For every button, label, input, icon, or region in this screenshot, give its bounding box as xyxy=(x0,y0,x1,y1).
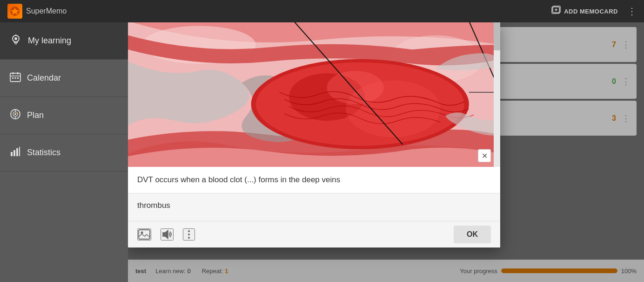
header-left: SuperMemo xyxy=(7,4,67,19)
svg-rect-17 xyxy=(17,77,19,79)
question-text: DVT occurs when a blood clot (...) forms… xyxy=(137,175,340,184)
modal-footer: OK xyxy=(128,221,500,248)
sound-button[interactable] xyxy=(161,228,174,241)
sidebar-item-plan-label: Plan xyxy=(27,110,44,120)
app-logo xyxy=(7,4,22,19)
plan-icon xyxy=(9,108,21,123)
sidebar: My learning Calendar xyxy=(0,22,128,282)
app-header: SuperMemo ADD MEMOCARD ⋮ xyxy=(0,0,644,22)
footer-icons xyxy=(137,228,195,241)
svg-rect-16 xyxy=(15,77,16,79)
image-button[interactable] xyxy=(137,228,151,241)
modal-scrollbar[interactable] xyxy=(494,22,500,167)
svg-point-10 xyxy=(14,37,17,40)
calendar-icon xyxy=(9,71,21,86)
sidebar-item-calendar[interactable]: Calendar xyxy=(0,60,128,97)
add-memocard-icon xyxy=(551,5,561,18)
modal-close-button[interactable]: ✕ xyxy=(478,149,491,162)
ok-button[interactable]: OK xyxy=(454,226,491,243)
sidebar-item-my-learning-label: My learning xyxy=(28,36,71,46)
sidebar-item-plan[interactable]: Plan xyxy=(0,97,128,134)
close-icon: ✕ xyxy=(482,151,488,160)
sidebar-item-statistics-label: Statistics xyxy=(27,148,60,158)
answer-text: thrombus xyxy=(137,201,170,210)
content-area: 90.9% 7 ⋮ xyxy=(128,22,644,282)
more-options-button[interactable] xyxy=(183,228,195,241)
svg-point-53 xyxy=(188,230,190,232)
svg-point-52 xyxy=(141,232,143,234)
svg-rect-27 xyxy=(19,147,20,156)
svg-rect-15 xyxy=(12,77,13,79)
add-memocard-button[interactable]: ADD MEMOCARD xyxy=(551,5,618,18)
svg-rect-51 xyxy=(139,230,150,239)
modal-question: DVT occurs when a blood clot (...) forms… xyxy=(128,167,500,193)
sidebar-item-calendar-label: Calendar xyxy=(27,73,61,83)
main-layout: My learning Calendar xyxy=(0,22,644,282)
svg-rect-26 xyxy=(16,148,18,156)
modal-overlay: ✕ DVT occurs when a blood clot (...) for… xyxy=(128,22,644,282)
header-menu-icon[interactable]: ⋮ xyxy=(627,6,637,17)
svg-point-55 xyxy=(188,237,190,239)
svg-rect-24 xyxy=(11,152,13,156)
modal-image: ✕ xyxy=(128,22,500,167)
svg-point-54 xyxy=(188,234,190,235)
scroll-thumb xyxy=(494,22,500,50)
modal-answer: thrombus xyxy=(128,193,500,221)
statistics-icon xyxy=(9,145,21,160)
add-memocard-label: ADD MEMOCARD xyxy=(564,8,618,15)
header-right: ADD MEMOCARD ⋮ xyxy=(551,5,637,18)
flashcard-modal: ✕ DVT occurs when a blood clot (...) for… xyxy=(128,22,500,248)
sidebar-item-my-learning[interactable]: My learning xyxy=(0,22,128,60)
app-name: SuperMemo xyxy=(26,7,67,15)
svg-rect-25 xyxy=(13,150,15,156)
svg-point-20 xyxy=(14,113,16,115)
sidebar-item-statistics[interactable]: Statistics xyxy=(0,134,128,172)
my-learning-icon xyxy=(9,33,22,49)
